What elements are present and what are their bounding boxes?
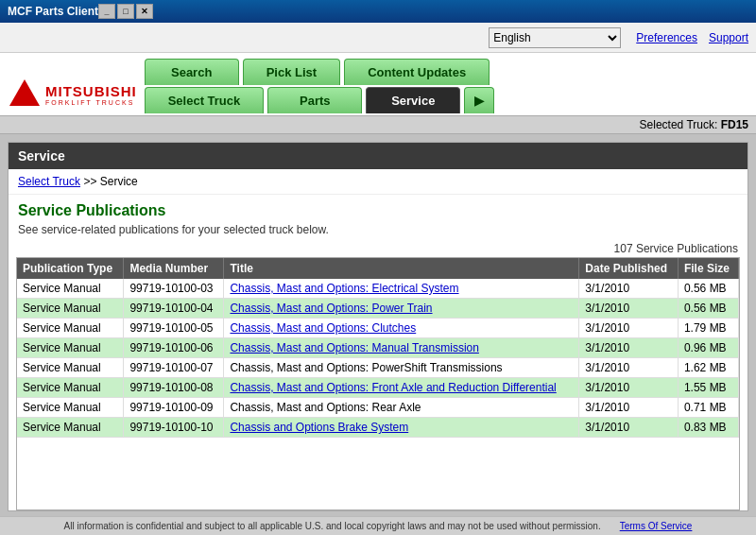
selected-truck-label: Selected Truck: xyxy=(640,118,718,131)
table-row: Service Manual99719-10100-09Chassis, Mas… xyxy=(17,398,739,418)
publications-table-container[interactable]: Publication Type Media Number Title Date… xyxy=(16,257,740,510)
col-type: Publication Type xyxy=(17,258,124,279)
pub-table-body: Service Manual99719-10100-03Chassis, Mas… xyxy=(17,279,739,438)
cell-type: Service Manual xyxy=(17,338,124,358)
title-link[interactable]: Chassis, Mast and Options: Power Train xyxy=(230,302,432,315)
tab-picklist[interactable]: Pick List xyxy=(243,59,340,85)
logo-section: MITSUBISHI FORKLIFT TRUCKS xyxy=(0,78,137,115)
breadcrumb-current: Service xyxy=(100,175,138,188)
title-link[interactable]: Chassis, Mast and Options: Manual Transm… xyxy=(230,341,478,354)
selected-truck-bar: Selected Truck: FD15 xyxy=(0,115,756,134)
table-row: Service Manual99719-10100-04Chassis, Mas… xyxy=(17,299,739,319)
publications-title: Service Publications xyxy=(9,195,747,223)
cell-title[interactable]: Chassis, Mast and Options: Electrical Sy… xyxy=(224,279,579,299)
title-link[interactable]: Chassis, Mast and Options: Electrical Sy… xyxy=(230,282,458,295)
menu-links: Preferences Support xyxy=(636,31,748,44)
cell-media: 99719-10100-05 xyxy=(124,319,224,338)
cell-title: Chassis, Mast and Options: PowerShift Tr… xyxy=(224,358,579,378)
pub-count: 107 Service Publications xyxy=(9,240,747,257)
brand-name: MITSUBISHI xyxy=(45,83,137,99)
col-media: Media Number xyxy=(124,258,224,279)
cell-size: 1.79 MB xyxy=(678,319,738,338)
cell-date: 3/1/2010 xyxy=(579,418,679,438)
cell-media: 99719-10100-04 xyxy=(124,299,224,319)
cell-media: 99719-10100-08 xyxy=(124,378,224,398)
maximize-button[interactable]: □ xyxy=(117,4,134,19)
cell-title[interactable]: Chassis, Mast and Options: Front Axle an… xyxy=(224,378,579,398)
cell-media: 99719-10100-06 xyxy=(124,338,224,358)
section-header: Service xyxy=(9,143,747,169)
terms-link[interactable]: Terms Of Service xyxy=(620,521,693,531)
mitsubishi-logo xyxy=(8,78,42,112)
breadcrumb: Select Truck >> Service xyxy=(9,169,747,195)
table-row: Service Manual99719-10100-05Chassis, Mas… xyxy=(17,319,739,338)
cell-type: Service Manual xyxy=(17,418,124,438)
footer-notice: All information is confidential and subj… xyxy=(64,521,601,531)
cell-type: Service Manual xyxy=(17,279,124,299)
table-row: Service Manual99719-10100-08Chassis, Mas… xyxy=(17,378,739,398)
title-link[interactable]: Chassis and Options Brake System xyxy=(230,421,408,434)
tab-select-truck[interactable]: Select Truck xyxy=(145,87,265,113)
tab-more[interactable]: ▶ xyxy=(464,87,494,113)
footer: All information is confidential and subj… xyxy=(0,516,756,535)
brand-subtitle: FORKLIFT TRUCKS xyxy=(45,99,137,106)
cell-type: Service Manual xyxy=(17,358,124,378)
selected-truck-value: FD15 xyxy=(721,118,748,131)
cell-title[interactable]: Chassis, Mast and Options: Power Train xyxy=(224,299,579,319)
language-dropdown[interactable]: English Spanish French xyxy=(489,27,621,48)
cell-date: 3/1/2010 xyxy=(579,358,679,378)
language-selector[interactable]: English Spanish French xyxy=(489,27,621,48)
cell-type: Service Manual xyxy=(17,378,124,398)
table-header-row: Publication Type Media Number Title Date… xyxy=(17,258,739,279)
cell-type: Service Manual xyxy=(17,398,124,418)
col-size: File Size xyxy=(678,258,738,279)
cell-media: 99719-10100-07 xyxy=(124,358,224,378)
cell-type: Service Manual xyxy=(17,319,124,338)
window-controls[interactable]: _ □ ✕ xyxy=(98,4,153,19)
menu-bar: English Spanish French Preferences Suppo… xyxy=(0,23,756,53)
section-title: Service xyxy=(18,148,65,164)
breadcrumb-link[interactable]: Select Truck xyxy=(18,175,80,188)
nav-row-2: Select Truck Parts Service ▶ xyxy=(145,87,756,113)
navigation: Search Pick List Content Updates Select … xyxy=(137,59,756,115)
table-row: Service Manual99719-10100-10Chassis and … xyxy=(17,418,739,438)
tab-search[interactable]: Search xyxy=(145,59,239,85)
main-content: Service Select Truck >> Service Service … xyxy=(8,142,748,511)
cell-date: 3/1/2010 xyxy=(579,319,679,338)
minimize-button[interactable]: _ xyxy=(98,4,115,19)
support-link[interactable]: Support xyxy=(709,31,748,44)
tab-parts[interactable]: Parts xyxy=(267,87,362,113)
table-row: Service Manual99719-10100-07Chassis, Mas… xyxy=(17,358,739,378)
cell-date: 3/1/2010 xyxy=(579,338,679,358)
title-link[interactable]: Chassis, Mast and Options: Front Axle an… xyxy=(230,381,556,394)
cell-size: 0.83 MB xyxy=(678,418,738,438)
cell-size: 0.56 MB xyxy=(678,279,738,299)
cell-title: Chassis, Mast and Options: Rear Axle xyxy=(224,398,579,418)
tab-service[interactable]: Service xyxy=(366,87,460,113)
tab-content-updates[interactable]: Content Updates xyxy=(344,59,490,85)
preferences-link[interactable]: Preferences xyxy=(636,31,697,44)
table-row: Service Manual99719-10100-06Chassis, Mas… xyxy=(17,338,739,358)
cell-media: 99719-10100-10 xyxy=(124,418,224,438)
cell-size: 0.96 MB xyxy=(678,338,738,358)
title-bar: MCF Parts Client _ □ ✕ xyxy=(0,0,756,23)
cell-size: 1.55 MB xyxy=(678,378,738,398)
title-link[interactable]: Chassis, Mast and Options: Clutches xyxy=(230,321,416,335)
cell-title[interactable]: Chassis, Mast and Options: Manual Transm… xyxy=(224,338,579,358)
cell-size: 1.62 MB xyxy=(678,358,738,378)
header-area: MITSUBISHI FORKLIFT TRUCKS Search Pick L… xyxy=(0,53,756,115)
cell-media: 99719-10100-09 xyxy=(124,398,224,418)
col-date: Date Published xyxy=(579,258,679,279)
close-button[interactable]: ✕ xyxy=(136,4,153,19)
publications-table: Publication Type Media Number Title Date… xyxy=(17,258,739,438)
app-title: MCF Parts Client xyxy=(8,5,98,18)
breadcrumb-sep: >> xyxy=(83,175,96,188)
cell-title[interactable]: Chassis, Mast and Options: Clutches xyxy=(224,319,579,338)
cell-date: 3/1/2010 xyxy=(579,279,679,299)
cell-size: 0.71 MB xyxy=(678,398,738,418)
col-title: Title xyxy=(224,258,579,279)
cell-title[interactable]: Chassis and Options Brake System xyxy=(224,418,579,438)
cell-date: 3/1/2010 xyxy=(579,398,679,418)
cell-media: 99719-10100-03 xyxy=(124,279,224,299)
cell-size: 0.56 MB xyxy=(678,299,738,319)
